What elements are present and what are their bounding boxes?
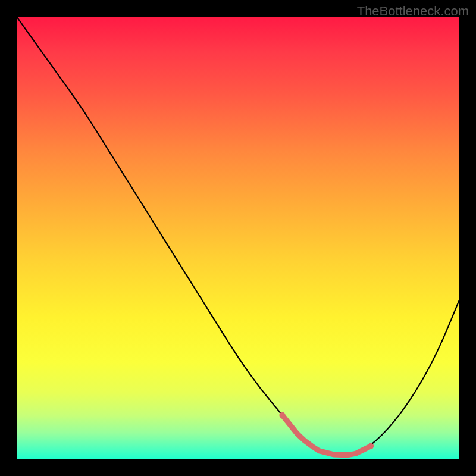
watermark-text: TheBottleneck.com bbox=[357, 4, 469, 19]
chart-svg bbox=[17, 17, 459, 459]
highlight-marker-start bbox=[279, 412, 285, 418]
highlight-marker-end bbox=[368, 443, 374, 449]
chart-plot-area bbox=[17, 17, 459, 459]
bottleneck-curve bbox=[17, 17, 459, 455]
highlight-band bbox=[282, 415, 371, 455]
